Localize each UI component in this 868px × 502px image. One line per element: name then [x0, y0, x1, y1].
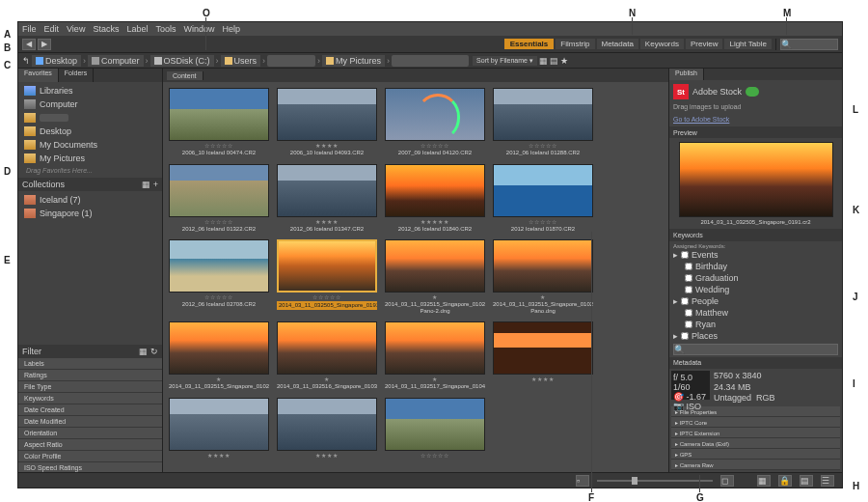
thumbnail[interactable]: ☆☆☆☆☆2012_06 Iceland 02708.CR2 — [169, 239, 269, 314]
filter-keywords[interactable]: Keywords — [18, 393, 162, 404]
thumbnail[interactable]: ★2014_03_11_032515_Singapore_0102-Pano.d… — [493, 239, 593, 314]
thumbnail[interactable]: ★2014_03_11_032516_Singapore_0103.cr2 — [277, 321, 377, 390]
fav-pictures[interactable]: My Pictures — [22, 152, 158, 165]
filter-date-created[interactable]: Date Created — [18, 404, 162, 416]
thumbnail[interactable]: ★★★★★2012_06 Iceland 01840.CR2 — [385, 164, 485, 233]
workspace-keywords[interactable]: Keywords — [640, 39, 684, 49]
fav-desktop[interactable]: Desktop — [22, 125, 158, 138]
thumbnail[interactable]: ★★★★2012_06 Iceland 01347.CR2 — [277, 164, 377, 233]
thumbnail[interactable]: ★★★★2006_10 Iceland 04093.CR2 — [277, 88, 377, 156]
thumb-rating[interactable]: ★ — [432, 376, 438, 382]
menu-view[interactable]: View — [67, 24, 85, 34]
workspace-preview[interactable]: Preview — [686, 39, 722, 49]
menu-label[interactable]: Label — [126, 24, 148, 34]
back-button[interactable]: ◀ — [22, 39, 36, 50]
thumb-rating[interactable]: ★ — [432, 293, 438, 300]
thumbnail[interactable]: ☆☆☆☆☆2012_06 Iceland 01322.CR2 — [169, 164, 269, 233]
filter-ratings[interactable]: Ratings — [18, 370, 162, 381]
thumb-rating[interactable]: ☆☆☆☆☆ — [204, 142, 233, 149]
path-user-blurred[interactable] — [267, 55, 315, 67]
thumbnail[interactable]: ★2014_03_11_032515_Singapore_0102-Pano-2… — [385, 239, 485, 314]
thumb-rating[interactable]: ★★★★ — [315, 452, 339, 459]
thumb-rating[interactable]: ☆☆☆☆☆ — [529, 218, 557, 225]
workspace-metadata[interactable]: Metadata — [597, 39, 638, 49]
path-folder-blurred[interactable] — [392, 55, 469, 67]
kw-ryan[interactable]: Ryan — [673, 319, 838, 330]
thumb-rating[interactable]: ☆☆☆☆☆ — [420, 142, 449, 149]
meta-section[interactable]: ▸ Camera Data (Exif) — [671, 438, 840, 449]
preview-header[interactable]: Preview — [669, 126, 842, 138]
fav-libraries[interactable]: Libraries — [22, 84, 158, 98]
workspace-filmstrip[interactable]: Filmstrip — [556, 39, 594, 49]
kw-events[interactable]: ▸Events — [673, 249, 838, 261]
path-pictures[interactable]: My Pictures — [322, 55, 385, 67]
path-osdisk[interactable]: OSDisk (C:) — [150, 55, 214, 67]
kw-places[interactable]: ▸Places — [673, 330, 838, 342]
filter-header[interactable]: Filter▦ ↻ — [18, 345, 162, 358]
tab-favorites[interactable]: Favorites — [18, 69, 59, 82]
filter-date-modified[interactable]: Date Modified — [18, 416, 162, 428]
tab-folders[interactable]: Folders — [59, 69, 94, 82]
thumb-rating[interactable]: ☆☆☆☆☆ — [204, 218, 233, 225]
fav-documents[interactable]: My Documents — [22, 138, 158, 152]
thumb-size-large-icon[interactable]: ◻ — [720, 475, 734, 487]
kw-people[interactable]: ▸People — [673, 295, 838, 307]
thumb-rating[interactable]: ★ — [216, 376, 222, 382]
forward-button[interactable]: ▶ — [38, 39, 51, 50]
thumbnail[interactable]: ☆☆☆☆☆2012 Iceland 01870.CR2 — [493, 164, 593, 233]
workspace-essentials[interactable]: Essentials — [504, 39, 555, 49]
thumb-rating[interactable]: ★ — [324, 376, 330, 382]
thumbnail[interactable]: ★★★★ — [493, 321, 593, 390]
filter-tools-icon[interactable]: ▦ ↻ — [139, 347, 158, 356]
sort-dropdown[interactable]: Sort by Filename ▾ — [473, 56, 537, 66]
meta-section[interactable]: ▸ File Properties — [671, 406, 840, 417]
workspace-lighttable[interactable]: Light Table — [724, 39, 772, 49]
thumb-rating[interactable]: ☆☆☆☆☆ — [312, 293, 341, 300]
view-mode-detail-icon[interactable]: ▤ — [800, 475, 813, 487]
thumb-size-small-icon[interactable]: ▫ — [576, 475, 589, 487]
stock-link[interactable]: Go to Adobe Stock — [673, 116, 838, 123]
view-opt-1[interactable]: ▦ — [539, 56, 548, 66]
meta-section[interactable]: ▸ GPS — [671, 449, 840, 460]
filter-iso-speed-ratings[interactable]: ISO Speed Ratings — [18, 462, 162, 473]
menu-help[interactable]: Help — [222, 24, 240, 34]
filter-labels[interactable]: Labels — [18, 358, 162, 370]
view-opt-3[interactable]: ★ — [560, 56, 568, 66]
view-mode-lock-icon[interactable]: 🔒 — [778, 475, 792, 487]
thumb-rating[interactable]: ★ — [540, 293, 546, 300]
kw-graduation[interactable]: Graduation — [673, 272, 838, 284]
kw-birthday[interactable]: Birthday — [673, 261, 838, 272]
thumbnail[interactable]: ★★★★ — [169, 398, 269, 460]
meta-section[interactable]: ▸ Camera Raw — [671, 460, 840, 470]
thumbnail[interactable]: ☆☆☆☆☆2006_10 Iceland 00474.CR2 — [169, 88, 269, 156]
filter-aspect-ratio[interactable]: Aspect Ratio — [18, 439, 162, 451]
path-up-button[interactable]: ↰ — [22, 56, 30, 66]
metadata-header[interactable]: Metadata — [669, 357, 842, 369]
coll-singapore[interactable]: Singapore (1) — [22, 207, 158, 220]
thumbnail[interactable]: ★★★★ — [277, 398, 377, 460]
tab-content[interactable]: Content — [167, 71, 203, 80]
menu-stacks[interactable]: Stacks — [93, 24, 119, 34]
fav-computer[interactable]: Computer — [22, 98, 158, 111]
preview-image[interactable] — [679, 142, 833, 217]
path-users[interactable]: Users — [221, 55, 261, 67]
search-input[interactable]: 🔍 — [780, 39, 838, 50]
thumbnail[interactable]: ☆☆☆☆☆2007_09 Iceland 04120.CR2 — [385, 88, 485, 156]
thumb-rating[interactable]: ★★★★★ — [420, 218, 449, 225]
thumb-rating[interactable]: ☆☆☆☆☆ — [529, 142, 557, 149]
thumb-rating[interactable]: ★★★★ — [315, 142, 339, 149]
thumb-rating[interactable]: ★★★★ — [207, 452, 231, 459]
view-mode-list-icon[interactable]: ☰ — [821, 475, 834, 487]
thumb-rating[interactable]: ★★★★ — [531, 376, 555, 382]
thumb-size-slider[interactable] — [597, 480, 713, 482]
thumbnail[interactable]: ★2014_03_11_032515_Singapore_0102.cr2 — [169, 321, 269, 390]
thumbnail[interactable]: ☆☆☆☆☆2014_03_11_032505_Singapore_0191.cr… — [277, 239, 377, 314]
thumbnail[interactable]: ☆☆☆☆☆ — [385, 398, 485, 460]
path-computer[interactable]: Computer — [88, 55, 144, 67]
path-desktop[interactable]: Desktop — [32, 55, 81, 67]
fav-user[interactable] — [22, 111, 158, 125]
kw-matthew[interactable]: Matthew — [673, 307, 838, 319]
tab-publish[interactable]: Publish — [669, 69, 704, 80]
filter-color-profile[interactable]: Color Profile — [18, 451, 162, 462]
thumb-rating[interactable]: ☆☆☆☆☆ — [420, 452, 449, 459]
